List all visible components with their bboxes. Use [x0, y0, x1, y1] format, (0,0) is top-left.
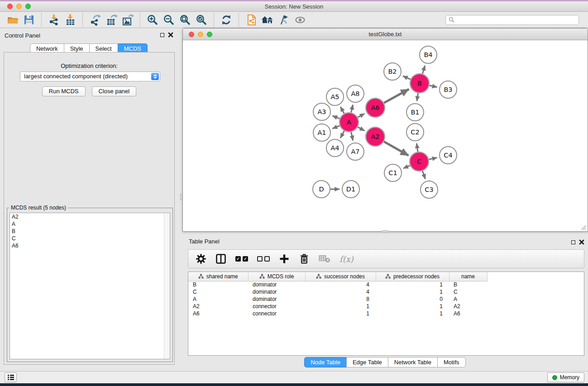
- task-history-button[interactable]: [5, 372, 17, 382]
- memory-button[interactable]: Memory: [547, 372, 584, 382]
- edge-A-A2[interactable]: [358, 127, 364, 131]
- column-header-predecessor-nodes[interactable]: predecessor nodes: [376, 272, 449, 281]
- add-column-icon[interactable]: [279, 253, 290, 265]
- node-B3[interactable]: B3: [440, 81, 457, 98]
- node-D[interactable]: D: [313, 181, 330, 198]
- float-panel-icon[interactable]: [160, 33, 164, 37]
- edge-A-A5[interactable]: [340, 107, 344, 114]
- save-session-icon[interactable]: [21, 13, 37, 27]
- edge-C-C1[interactable]: [403, 166, 410, 168]
- close-panel-button[interactable]: Close panel: [92, 86, 137, 96]
- settings-gear-icon[interactable]: [196, 253, 206, 265]
- zoom-in-icon[interactable]: [144, 13, 161, 27]
- function-builder-icon[interactable]: f(x): [339, 253, 354, 265]
- apply-layout-icon[interactable]: [218, 13, 234, 27]
- table-row-a2[interactable]: A2connector11A2: [188, 303, 584, 310]
- home-icon[interactable]: [259, 13, 276, 27]
- import-table-icon[interactable]: [62, 13, 78, 27]
- result-item-a[interactable]: A: [10, 220, 170, 228]
- tab-node-table[interactable]: Node Table: [304, 357, 347, 367]
- result-item-a6[interactable]: A6: [10, 242, 170, 249]
- result-item-c[interactable]: C: [10, 235, 170, 242]
- edge-C-C3[interactable]: [422, 171, 425, 179]
- node-C1[interactable]: C1: [384, 164, 402, 181]
- edge-A-A4[interactable]: [340, 131, 344, 138]
- column-header-successor-nodes[interactable]: successor nodes: [305, 272, 376, 281]
- close-table-panel-icon[interactable]: [579, 239, 584, 245]
- edge-C-C2[interactable]: [416, 143, 418, 152]
- table-row-a[interactable]: Adominator80A: [188, 295, 584, 303]
- tab-network-table[interactable]: Network Table: [388, 357, 438, 367]
- edge-A-A8[interactable]: [351, 105, 353, 112]
- edge-A2-C[interactable]: [384, 142, 408, 156]
- node-A7[interactable]: A7: [347, 143, 364, 160]
- window-resize-grip[interactable]: [580, 224, 586, 230]
- node-A6[interactable]: A6: [366, 98, 385, 117]
- edge-A-A1[interactable]: [332, 126, 339, 129]
- result-list-scrollbar[interactable]: [164, 213, 170, 359]
- node-A8[interactable]: A8: [347, 85, 364, 102]
- node-C4[interactable]: C4: [440, 147, 457, 164]
- node-B2[interactable]: B2: [384, 63, 401, 80]
- node-A3[interactable]: A3: [313, 103, 330, 120]
- edge-A-A3[interactable]: [332, 116, 339, 119]
- edge-B-B1[interactable]: [417, 93, 418, 101]
- delete-table-icon[interactable]: [319, 253, 330, 265]
- show-hide-details-eye-icon[interactable]: [292, 13, 308, 27]
- network-window-titlebar[interactable]: testGlobe.txt: [183, 29, 588, 40]
- network-canvas[interactable]: B4B2BB3A8A5A6A3B1AA1C2A2A4A7C4CC1C3DD1: [183, 41, 587, 231]
- maximize-network-window-icon[interactable]: [207, 32, 212, 37]
- close-network-window-icon[interactable]: [189, 32, 194, 37]
- table-row-a6[interactable]: A6connector11A6: [188, 310, 584, 317]
- node-A4[interactable]: A4: [326, 139, 344, 157]
- node-C3[interactable]: C3: [421, 181, 438, 198]
- node-A5[interactable]: A5: [326, 88, 344, 105]
- column-header-name[interactable]: name: [449, 272, 487, 281]
- network-from-document-icon[interactable]: [243, 13, 259, 27]
- edge-B-B3[interactable]: [429, 86, 437, 87]
- run-mcds-button[interactable]: Run MCDS: [42, 86, 86, 96]
- node-A1[interactable]: A1: [313, 124, 330, 141]
- node-A[interactable]: A: [339, 113, 359, 132]
- edge-B-B4[interactable]: [422, 66, 425, 74]
- table-row-b[interactable]: Bdominator41B: [188, 281, 584, 288]
- deselect-all-columns-icon[interactable]: [257, 253, 270, 265]
- table-row-c[interactable]: Cdominator41C: [188, 288, 584, 295]
- open-session-icon[interactable]: [5, 13, 21, 27]
- edge-C-C4[interactable]: [429, 157, 437, 159]
- zoom-fit-icon[interactable]: [177, 13, 193, 27]
- network-pane-bottom-grip[interactable]: [382, 230, 389, 233]
- export-network-icon[interactable]: [87, 13, 103, 27]
- node-C[interactable]: C: [410, 152, 429, 171]
- column-layout-icon[interactable]: [215, 253, 226, 265]
- edge-A6-B[interactable]: [384, 89, 409, 103]
- minimize-window-icon[interactable]: [16, 4, 22, 9]
- float-table-panel-icon[interactable]: [571, 240, 575, 244]
- node-B[interactable]: B: [410, 74, 429, 93]
- select-all-columns-icon[interactable]: ✓ ✓: [235, 253, 248, 265]
- export-table-icon[interactable]: [103, 13, 120, 27]
- network-pane-left-grip[interactable]: [180, 193, 182, 200]
- minimize-network-window-icon[interactable]: [198, 32, 203, 37]
- result-item-a2[interactable]: A2: [10, 213, 170, 220]
- zoom-selected-icon[interactable]: [193, 13, 210, 27]
- graphics-details-icon[interactable]: [276, 13, 292, 27]
- import-network-icon[interactable]: [46, 13, 62, 27]
- node-D1[interactable]: D1: [342, 181, 359, 198]
- search-input[interactable]: [454, 16, 576, 24]
- node-A2[interactable]: A2: [366, 127, 385, 146]
- edge-B-B2[interactable]: [403, 76, 411, 79]
- search-field[interactable]: [445, 15, 579, 25]
- edge-A-A6[interactable]: [358, 114, 364, 117]
- zoom-out-icon[interactable]: [161, 13, 177, 27]
- column-header-shared-name[interactable]: shared name: [188, 272, 248, 281]
- result-item-b[interactable]: B: [10, 228, 170, 235]
- node-C2[interactable]: C2: [406, 124, 424, 141]
- column-header-mcds-role[interactable]: MCDS role: [248, 272, 305, 281]
- node-B4[interactable]: B4: [420, 46, 437, 63]
- close-window-icon[interactable]: [7, 4, 13, 9]
- close-panel-icon[interactable]: [168, 32, 173, 38]
- tab-motifs[interactable]: Motifs: [437, 357, 466, 367]
- maximize-window-icon[interactable]: [25, 4, 31, 9]
- export-image-icon[interactable]: [120, 13, 136, 27]
